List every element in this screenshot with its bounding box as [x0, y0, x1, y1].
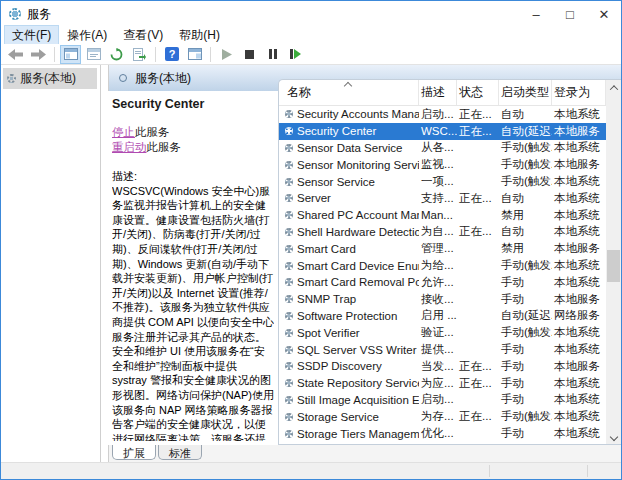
service-gear-icon	[285, 127, 293, 135]
service-gear-icon	[285, 362, 293, 370]
table-row[interactable]: Spot Verifier 验证... 手动(触发... 本地系统	[279, 324, 606, 341]
service-gear-icon	[285, 379, 293, 387]
pane-title: 服务(本地)	[135, 70, 191, 87]
table-row[interactable]: Smart Card Device Enum... 为给... 手动(触发...…	[279, 257, 606, 274]
stop-service-line: 停止此服务	[112, 125, 274, 140]
restart-service-line: 重启动此服务	[112, 140, 274, 155]
console-tree-panel: 服务(本地)	[1, 65, 101, 462]
restart-service-suffix: 此服务	[147, 141, 182, 153]
tab-extended[interactable]: 扩展	[112, 445, 156, 460]
selected-service-name: Security Center	[112, 97, 274, 111]
table-row[interactable]: Storage Service 为存... 正在... 手动(触发... 本地系…	[279, 408, 606, 425]
service-gear-icon	[285, 430, 293, 438]
table-row[interactable]: Shared PC Account Mana... Man... 禁用 本地系统	[279, 207, 606, 224]
restart-service-icon[interactable]	[285, 45, 306, 64]
tree-item-label: 服务(本地)	[20, 70, 76, 87]
table-row[interactable]: Security Center WSC... 正在... 自动(延迟... 本地…	[279, 123, 606, 140]
stop-service-link[interactable]: 停止	[112, 126, 135, 138]
table-row[interactable]: Shell Hardware Detection 为自... 正在... 自动 …	[279, 224, 606, 241]
table-row[interactable]: Software Protection 启用 ... 自动(延迟... 网络服务	[279, 308, 606, 325]
console-tree-icon[interactable]	[60, 45, 81, 64]
service-gear-icon	[285, 396, 293, 404]
view-tabstrip: 扩展 标准	[108, 445, 621, 462]
menu-file[interactable]: 文件(F)	[5, 26, 58, 45]
stop-service-icon[interactable]	[239, 45, 260, 64]
column-header-startup-type[interactable]: 启动类型	[499, 80, 552, 105]
vertical-scrollbar[interactable]	[606, 80, 621, 444]
list-header: 名称 描述 状态 启动类型 登录为	[279, 80, 606, 106]
column-header-status[interactable]: 状态	[457, 80, 499, 105]
window-title: 服务	[27, 6, 51, 23]
tree-item-services-local[interactable]: 服务(本地)	[3, 68, 97, 89]
service-gear-icon	[285, 278, 293, 286]
table-row[interactable]: SQL Server VSS Writer 提供... 手动 本地系统	[279, 341, 606, 358]
help-icon[interactable]: ?	[161, 45, 182, 64]
scrollbar-thumb[interactable]	[607, 250, 620, 282]
toolbar-separator	[210, 47, 211, 62]
services-gear-icon	[9, 8, 21, 20]
service-gear-icon	[285, 110, 293, 118]
menu-help[interactable]: 帮助(H)	[172, 26, 227, 45]
service-gear-icon	[285, 346, 293, 354]
stop-service-suffix: 此服务	[135, 126, 170, 138]
service-gear-icon	[285, 178, 293, 186]
refresh-icon[interactable]	[106, 45, 127, 64]
table-row[interactable]: Sensor Monitoring Service 监视... 手动(触发...…	[279, 156, 606, 173]
service-gear-icon	[285, 329, 293, 337]
table-row[interactable]: Server 支持... 正在... 自动 本地系统	[279, 190, 606, 207]
scroll-down-icon[interactable]	[606, 429, 621, 444]
toolbar-separator	[54, 47, 55, 62]
table-row[interactable]: Sensor Data Service 从各... 手动(触发... 本地系统	[279, 140, 606, 157]
table-row[interactable]: Sensor Service 一项... 手动(触发... 本地系统	[279, 173, 606, 190]
service-gear-icon	[285, 161, 293, 169]
service-description: WSCSVC(Windows 安全中心)服务监视并报告计算机上的安全健康设置。健…	[112, 184, 274, 441]
table-row[interactable]: State Repository Service 为应... 正在... 手动 …	[279, 375, 606, 392]
table-row[interactable]: SSDP Discovery 当发... 正在... 手动 本地服务	[279, 358, 606, 375]
toolbar-separator	[155, 47, 156, 62]
target-circle-icon	[119, 74, 127, 82]
menu-view[interactable]: 查看(V)	[116, 26, 170, 45]
menu-action[interactable]: 操作(A)	[60, 26, 114, 45]
menu-bar: 文件(F) 操作(A) 查看(V) 帮助(H)	[1, 27, 621, 44]
svg-text:?: ?	[168, 48, 175, 60]
column-header-name[interactable]: 名称	[285, 80, 419, 105]
scroll-up-icon[interactable]	[606, 80, 621, 95]
services-gear-icon	[7, 74, 16, 83]
table-row[interactable]: Still Image Acquisition Ev... 启动... 手动 本…	[279, 392, 606, 409]
start-service-icon[interactable]	[216, 45, 237, 64]
table-row[interactable]: Storage Tiers Managem... 优化... 手动 本地系统	[279, 425, 606, 442]
table-row[interactable]: Smart Card Removal Poli... 允许... 手动 本地系统	[279, 274, 606, 291]
toolbar: ?	[1, 44, 621, 65]
pause-service-icon[interactable]	[262, 45, 283, 64]
services-window: 服务 – □ ✕ 文件(F) 操作(A) 查看(V) 帮助(H)	[0, 0, 622, 480]
forward-icon[interactable]	[28, 45, 49, 64]
title-bar: 服务 – □ ✕	[1, 1, 621, 27]
table-row[interactable]: Security Accounts Manag... 启动... 正在... 自…	[279, 106, 606, 123]
action-pane-icon[interactable]	[184, 45, 205, 64]
restart-service-link[interactable]: 重启动	[112, 141, 147, 153]
service-gear-icon	[285, 245, 293, 253]
service-rows: Security Accounts Manag... 启动... 正在... 自…	[279, 106, 606, 444]
back-icon[interactable]	[5, 45, 26, 64]
tab-standard[interactable]: 标准	[158, 445, 202, 460]
service-gear-icon	[285, 144, 293, 152]
service-gear-icon	[285, 295, 293, 303]
export-list-icon[interactable]	[129, 45, 150, 64]
service-gear-icon	[285, 312, 293, 320]
column-header-logon-as[interactable]: 登录为	[552, 80, 606, 105]
description-label: 描述:	[112, 169, 274, 184]
service-gear-icon	[285, 228, 293, 236]
minimize-button[interactable]: –	[519, 1, 553, 27]
service-gear-icon	[285, 262, 293, 270]
service-gear-icon	[285, 194, 293, 202]
maximize-button[interactable]: □	[553, 1, 587, 27]
column-header-description[interactable]: 描述	[419, 80, 457, 105]
properties-icon[interactable]	[83, 45, 104, 64]
service-list-panel: 名称 描述 状态 启动类型 登录为 Security Accounts Mana…	[278, 79, 621, 445]
status-separator	[489, 465, 490, 477]
service-details-panel: Security Center 停止此服务 重启动此服务 描述: WSCSVC(…	[112, 97, 274, 441]
table-row[interactable]: Smart Card 管理... 禁用 本地服务	[279, 240, 606, 257]
close-button[interactable]: ✕	[587, 1, 621, 27]
status-separator	[587, 465, 588, 477]
table-row[interactable]: SNMP Trap 接收... 手动 本地服务	[279, 291, 606, 308]
